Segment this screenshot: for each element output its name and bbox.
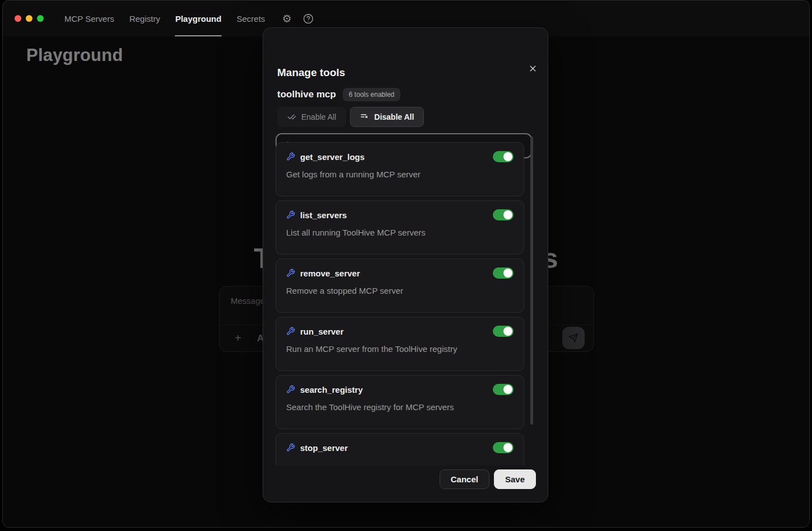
app-window: MCP Servers Registry Playground Secrets … — [2, 0, 810, 528]
tool-name: get_server_logs — [300, 152, 493, 162]
check-check-icon — [287, 112, 296, 121]
tool-name: remove_server — [300, 269, 493, 278]
cancel-button[interactable]: Cancel — [440, 469, 489, 489]
tool-list-scrollbar[interactable] — [530, 137, 533, 452]
tool-name: run_server — [300, 327, 493, 336]
wrench-icon — [286, 210, 295, 219]
tab-playground[interactable]: Playground — [175, 1, 222, 36]
window-controls — [15, 15, 44, 22]
tool-description: Search the ToolHive registry for MCP ser… — [286, 402, 514, 412]
wrench-icon — [286, 152, 295, 161]
enable-all-button[interactable]: Enable All — [277, 107, 346, 127]
tool-enabled-toggle[interactable] — [493, 267, 514, 279]
tab-registry[interactable]: Registry — [129, 1, 161, 36]
tool-description: Run an MCP server from the ToolHive regi… — [286, 344, 514, 354]
list-x-icon — [360, 112, 369, 121]
wrench-icon — [286, 443, 295, 452]
tool-enabled-toggle[interactable] — [493, 326, 514, 337]
dialog-close-button[interactable] — [525, 60, 540, 76]
close-window-button[interactable] — [15, 15, 21, 22]
tool-enabled-toggle[interactable] — [493, 442, 514, 453]
tool-description: Remove a stopped MCP server — [286, 286, 514, 295]
close-icon — [528, 64, 538, 73]
scrollbar-thumb[interactable] — [530, 137, 533, 425]
minimize-window-button[interactable] — [26, 15, 32, 22]
tools-enabled-badge: 6 tools enabled — [343, 88, 400, 101]
wrench-icon — [286, 327, 295, 336]
tool-card: search_registry Search the ToolHive regi… — [276, 375, 524, 429]
disable-all-button[interactable]: Disable All — [350, 107, 424, 127]
tool-list[interactable]: get_server_logs Get logs from a running … — [276, 137, 524, 466]
wrench-icon — [286, 385, 295, 394]
save-button[interactable]: Save — [494, 469, 536, 489]
tool-card: run_server Run an MCP server from the To… — [276, 317, 524, 371]
server-name: toolhive mcp — [277, 89, 336, 100]
tool-enabled-toggle[interactable] — [493, 151, 514, 162]
wrench-icon — [286, 269, 295, 278]
tool-card: remove_server Remove a stopped MCP serve… — [276, 259, 524, 313]
settings-gear-icon[interactable]: ⚙ — [281, 12, 293, 25]
tool-card: list_servers List all running ToolHive M… — [276, 200, 524, 255]
tool-enabled-toggle[interactable] — [493, 209, 514, 220]
enable-all-label: Enable All — [301, 112, 336, 121]
tool-description: List all running ToolHive MCP servers — [286, 228, 514, 237]
tool-name: list_servers — [300, 210, 493, 220]
dialog-title: Manage tools — [277, 67, 345, 79]
maximize-window-button[interactable] — [37, 15, 44, 22]
disable-all-label: Disable All — [374, 112, 414, 121]
tool-name: stop_server — [300, 443, 493, 453]
manage-tools-dialog: Manage tools toolhive mcp 6 tools enable… — [263, 27, 548, 502]
tab-secrets[interactable]: Secrets — [236, 1, 265, 36]
main-nav: MCP Servers Registry Playground Secrets — [64, 1, 265, 36]
tool-card: stop_server — [276, 433, 524, 466]
tool-name: search_registry — [300, 385, 493, 394]
tool-enabled-toggle[interactable] — [493, 384, 514, 395]
tool-card: get_server_logs Get logs from a running … — [276, 142, 524, 196]
tool-description: Get logs from a running MCP server — [286, 170, 514, 179]
help-icon[interactable] — [302, 12, 314, 25]
tab-mcp-servers[interactable]: MCP Servers — [64, 1, 115, 36]
